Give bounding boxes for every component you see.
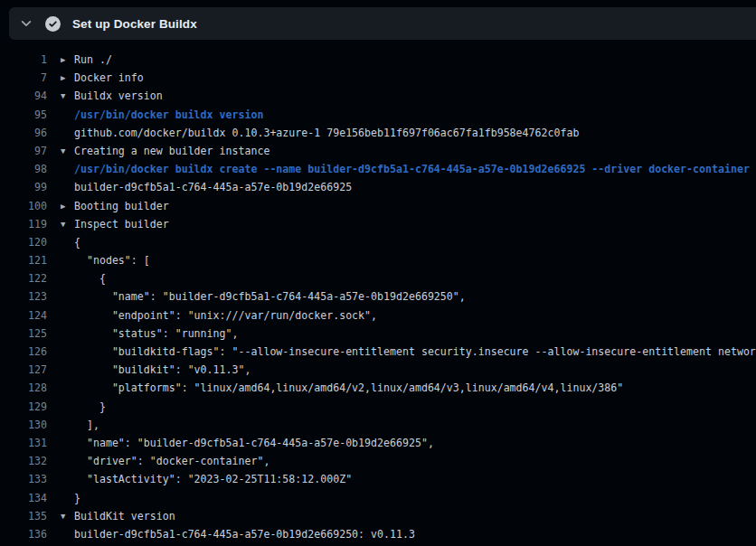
log-text: "driver": "docker-container", <box>74 452 269 470</box>
step-title: Set up Docker Buildx <box>72 17 197 31</box>
log-line: 125 "status": "running", <box>0 325 756 343</box>
log-text: Docker info <box>74 69 144 87</box>
line-number[interactable]: 120 <box>0 233 47 251</box>
line-number[interactable]: 134 <box>0 489 47 507</box>
log-text: { <box>74 233 80 251</box>
line-number[interactable]: 124 <box>0 306 47 325</box>
line-number[interactable]: 96 <box>0 124 47 142</box>
line-number[interactable]: 125 <box>0 325 47 343</box>
line-number[interactable]: 136 <box>0 525 47 543</box>
log-text: "nodes": [ <box>74 251 150 269</box>
log-line: 122 { <box>0 269 756 287</box>
caret-spacer <box>47 489 74 507</box>
log-line: 128 "platforms": "linux/amd64,linux/amd6… <box>0 379 756 397</box>
line-number[interactable]: 97 <box>0 142 47 160</box>
caret-expanded-icon[interactable]: ▼ <box>47 215 74 233</box>
log-line: 136builder-d9cfb5a1-c764-445a-a57e-0b19d… <box>0 525 756 543</box>
caret-spacer <box>47 306 74 325</box>
log-text: github.com/docker/buildx 0.10.3+azure-1 … <box>74 124 579 142</box>
log-line: 129 } <box>0 398 756 416</box>
log-line: 132 "driver": "docker-container", <box>0 452 756 470</box>
caret-spacer <box>47 251 74 269</box>
log-text: builder-d9cfb5a1-c764-445a-a57e-0b19d2e6… <box>74 525 415 543</box>
log-text: Inspect builder <box>74 215 169 233</box>
log-line: 121 "nodes": [ <box>0 251 756 269</box>
caret-spacer <box>47 416 74 434</box>
line-number[interactable]: 98 <box>0 160 47 178</box>
log-line: 98/usr/bin/docker buildx create --name b… <box>0 160 756 178</box>
caret-expanded-icon[interactable]: ▼ <box>47 142 74 160</box>
log-group-line[interactable]: 7▶Docker info <box>0 69 756 87</box>
log-group-line[interactable]: 119▼Inspect builder <box>0 215 756 233</box>
log-text: Booting builder <box>74 197 169 215</box>
log-text: Creating a new builder instance <box>74 142 269 160</box>
log-line: 133 "lastActivity": "2023-02-25T11:58:12… <box>0 470 756 488</box>
log-line: 124 "endpoint": "unix:///var/run/docker.… <box>0 306 756 325</box>
caret-spacer <box>47 379 74 397</box>
line-number[interactable]: 131 <box>0 434 47 452</box>
log-line: 120{ <box>0 233 756 251</box>
caret-spacer <box>47 434 74 452</box>
line-number[interactable]: 121 <box>0 251 47 269</box>
log-text: "name": "builder-d9cfb5a1-c764-445a-a57e… <box>74 434 434 452</box>
line-number[interactable]: 99 <box>0 178 47 196</box>
line-number[interactable]: 119 <box>0 215 47 233</box>
caret-collapsed-icon[interactable]: ▶ <box>47 69 74 87</box>
log-line: 99builder-d9cfb5a1-c764-445a-a57e-0b19d2… <box>0 178 756 196</box>
caret-spacer <box>47 160 74 178</box>
log-line: 126 "buildkitd-flags": "--allow-insecure… <box>0 343 756 361</box>
line-number[interactable]: 129 <box>0 398 47 416</box>
line-number[interactable]: 94 <box>0 87 47 105</box>
chevron-down-icon[interactable] <box>20 17 33 30</box>
caret-expanded-icon[interactable]: ▼ <box>47 507 74 525</box>
line-number[interactable]: 7 <box>0 69 47 87</box>
line-number[interactable]: 128 <box>0 379 47 397</box>
log-text: Buildx version <box>74 87 163 105</box>
log-group-line[interactable]: 1▶Run ./ <box>0 51 756 69</box>
caret-spacer <box>47 470 74 488</box>
log-group-line[interactable]: 94▼Buildx version <box>0 87 756 105</box>
log-line: 131 "name": "builder-d9cfb5a1-c764-445a-… <box>0 434 756 452</box>
caret-spacer <box>47 325 74 343</box>
caret-spacer <box>47 452 74 470</box>
caret-spacer <box>47 398 74 416</box>
caret-spacer <box>47 343 74 361</box>
log-group-line[interactable]: 100▶Booting builder <box>0 197 756 215</box>
log-text: "buildkitd-flags": "--allow-insecure-ent… <box>74 343 756 361</box>
caret-expanded-icon[interactable]: ▼ <box>47 87 74 105</box>
caret-collapsed-icon[interactable]: ▶ <box>47 197 74 215</box>
caret-spacer <box>47 287 74 306</box>
caret-spacer <box>47 525 74 543</box>
line-number[interactable]: 123 <box>0 287 47 306</box>
log-text: Run ./ <box>74 51 112 69</box>
log-command-text: /usr/bin/docker buildx version <box>74 106 263 124</box>
log-text: "endpoint": "unix:///var/run/docker.sock… <box>74 306 377 325</box>
log-line: 123 "name": "builder-d9cfb5a1-c764-445a-… <box>0 287 756 306</box>
log-text: "platforms": "linux/amd64,linux/amd64/v2… <box>74 379 623 397</box>
caret-collapsed-icon[interactable]: ▶ <box>47 51 74 69</box>
line-number[interactable]: 135 <box>0 507 47 525</box>
line-number[interactable]: 132 <box>0 452 47 470</box>
line-number[interactable]: 126 <box>0 343 47 361</box>
log-line: 127 "buildkit": "v0.11.3", <box>0 361 756 379</box>
line-number[interactable]: 1 <box>0 51 47 69</box>
log-text: BuildKit version <box>74 507 175 525</box>
log-text: builder-d9cfb5a1-c764-445a-a57e-0b19d2e6… <box>74 178 352 196</box>
log-group-line[interactable]: 135▼BuildKit version <box>0 507 756 525</box>
line-number[interactable]: 130 <box>0 416 47 434</box>
caret-spacer <box>47 269 74 287</box>
log-text: "name": "builder-d9cfb5a1-c764-445a-a57e… <box>74 287 466 306</box>
log-text: } <box>74 489 80 507</box>
caret-spacer <box>47 361 74 379</box>
log-text: ], <box>74 416 99 434</box>
step-header[interactable]: Set up Docker Buildx <box>9 7 756 40</box>
line-number[interactable]: 100 <box>0 197 47 215</box>
log-text: "lastActivity": "2023-02-25T11:58:12.000… <box>74 470 352 488</box>
log-line: 130 ], <box>0 416 756 434</box>
log-command-text: /usr/bin/docker buildx create --name bui… <box>74 160 750 178</box>
line-number[interactable]: 122 <box>0 269 47 287</box>
line-number[interactable]: 127 <box>0 361 47 379</box>
line-number[interactable]: 95 <box>0 106 47 124</box>
line-number[interactable]: 133 <box>0 470 47 488</box>
log-group-line[interactable]: 97▼Creating a new builder instance <box>0 142 756 160</box>
